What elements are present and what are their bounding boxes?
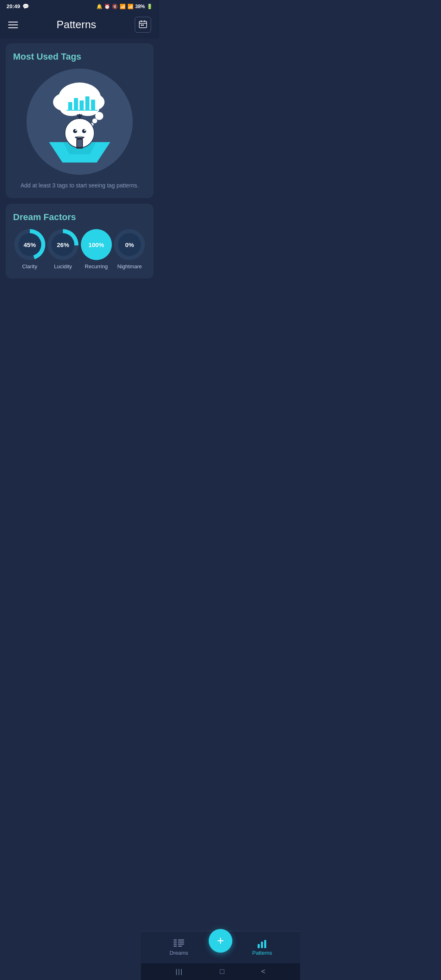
svg-point-27: [75, 129, 77, 131]
factor-nightmare: 0% Night­mare: [113, 229, 146, 270]
factor-recurring: 100% Recurring: [80, 229, 113, 270]
alarm-icon: ⏰: [104, 4, 110, 9]
svg-rect-17: [91, 100, 95, 110]
mute-icon: 🔇: [112, 4, 118, 9]
dream-mascot-circle: [27, 69, 133, 175]
svg-point-18: [95, 112, 103, 120]
mascot-svg: [31, 73, 129, 171]
factor-clarity: 45% Clarity: [13, 229, 46, 270]
dream-factors-title: Dream Factors: [13, 212, 146, 223]
dream-factors-card: Dream Factors 45% Clarity 26% Lucidit: [6, 204, 154, 278]
status-bar: 20:49 💬 🔔 ⏰ 🔇 📶 📶 38% 🔋: [0, 0, 159, 13]
svg-rect-13: [68, 102, 72, 110]
svg-point-25: [73, 129, 77, 133]
recurring-value: 100%: [89, 241, 104, 248]
factors-grid: 45% Clarity 26% Lucidity 100%: [13, 229, 146, 270]
factor-lucidity: 26% Lucidity: [47, 229, 79, 270]
page-title: Patterns: [57, 18, 96, 31]
svg-rect-15: [80, 100, 84, 110]
whatsapp-icon: 💬: [22, 3, 29, 9]
main-content: Most Used Tags: [0, 38, 159, 283]
svg-rect-4: [141, 24, 142, 26]
most-used-tags-card: Most Used Tags: [6, 43, 154, 198]
battery-icon: 🔋: [147, 4, 153, 9]
clarity-value: 45%: [24, 241, 36, 248]
signal-icon: 📶: [127, 4, 134, 9]
nightmare-label: Night­mare: [117, 263, 142, 270]
recurring-label: Recurring: [85, 263, 108, 270]
svg-rect-5: [143, 24, 144, 26]
svg-rect-14: [74, 98, 78, 110]
wifi-icon: 📶: [120, 4, 126, 9]
battery-text: 38%: [135, 4, 145, 9]
calendar-button[interactable]: [135, 17, 151, 33]
notification-icon: 🔔: [96, 4, 102, 9]
svg-rect-33: [77, 140, 82, 147]
most-used-tags-title: Most Used Tags: [13, 51, 146, 62]
lucidity-label: Lucidity: [54, 263, 72, 270]
calendar-icon: [138, 20, 147, 29]
tags-illustration: [13, 69, 146, 175]
svg-rect-16: [85, 96, 89, 110]
svg-point-19: [92, 118, 97, 123]
clarity-label: Clarity: [22, 263, 37, 270]
tags-hint-text: Add at least 3 tags to start seeing tag …: [13, 181, 146, 190]
menu-button[interactable]: [8, 22, 18, 28]
lucidity-value: 26%: [57, 241, 69, 248]
status-time: 20:49: [7, 3, 20, 9]
svg-point-26: [82, 129, 86, 133]
nightmare-value: 0%: [125, 241, 134, 248]
clarity-circle: 45%: [14, 229, 45, 260]
lucidity-circle: 26%: [47, 229, 78, 260]
app-header: Patterns: [0, 13, 159, 38]
recurring-circle: 100%: [81, 229, 112, 260]
svg-point-28: [84, 129, 86, 131]
nightmare-circle: 0%: [114, 229, 145, 260]
